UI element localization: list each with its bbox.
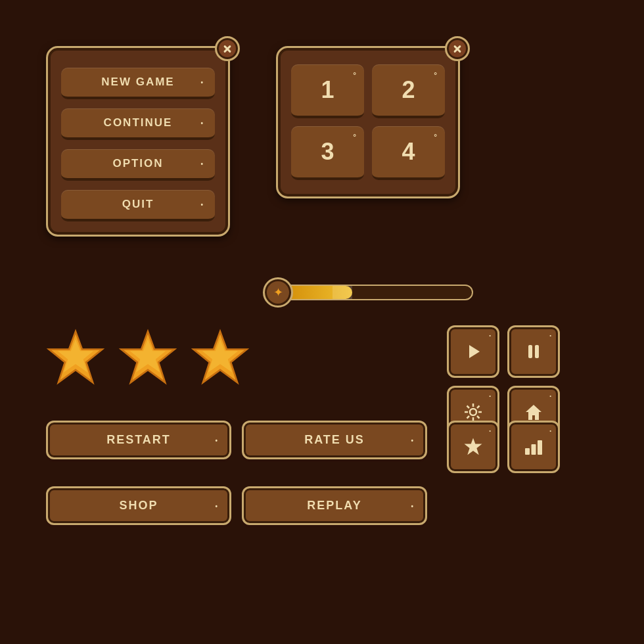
svg-rect-21 xyxy=(532,444,536,455)
progress-fill xyxy=(288,286,352,299)
progress-knob: ✦ xyxy=(263,277,293,308)
star-1 xyxy=(46,329,105,388)
stars-row xyxy=(46,329,250,388)
replay-button[interactable]: REPLAY xyxy=(242,486,427,525)
new-game-button[interactable]: NEW GAME xyxy=(61,68,215,99)
level-2-button[interactable]: 2° xyxy=(372,64,445,118)
extra-icon-buttons xyxy=(447,421,560,473)
svg-rect-20 xyxy=(525,448,530,455)
star-button[interactable] xyxy=(447,421,499,473)
level-3-button[interactable]: 3° xyxy=(291,126,364,180)
stats-button[interactable] xyxy=(507,421,560,473)
svg-marker-6 xyxy=(469,345,480,358)
svg-point-9 xyxy=(470,409,476,415)
level-4-button[interactable]: 4° xyxy=(372,126,445,180)
rate-us-button[interactable]: RATE US xyxy=(242,421,427,459)
pause-button[interactable] xyxy=(507,325,560,378)
option-button[interactable]: OPTION xyxy=(61,149,215,181)
restart-button[interactable]: RESTART xyxy=(46,421,231,459)
svg-marker-18 xyxy=(526,405,541,420)
svg-line-14 xyxy=(467,406,470,409)
progress-bar: ✦ xyxy=(263,283,473,302)
progress-star-icon: ✦ xyxy=(273,285,283,300)
progress-track xyxy=(287,285,473,300)
svg-rect-22 xyxy=(538,440,542,455)
star-3 xyxy=(191,329,250,388)
number-panel-close-button[interactable] xyxy=(445,36,470,61)
level-1-button[interactable]: 1° xyxy=(291,64,364,118)
quit-button[interactable]: QUIT xyxy=(61,190,215,221)
play-button[interactable] xyxy=(447,325,499,378)
continue-button[interactable]: CONTINUE xyxy=(61,108,215,140)
svg-line-16 xyxy=(477,406,480,409)
number-panel: 1° 2° 3° 4° xyxy=(276,46,460,198)
menu-panel: NEW GAME CONTINUE OPTION QUIT xyxy=(46,46,230,237)
svg-line-15 xyxy=(477,416,480,419)
svg-marker-19 xyxy=(465,438,482,455)
action-buttons-row2: SHOP REPLAY xyxy=(46,486,427,525)
star-2 xyxy=(118,329,177,388)
menu-close-button[interactable] xyxy=(215,36,240,61)
svg-rect-7 xyxy=(528,345,532,358)
svg-rect-8 xyxy=(535,345,539,358)
action-buttons-row1: RESTART RATE US xyxy=(46,421,427,459)
number-grid: 1° 2° 3° 4° xyxy=(291,64,445,180)
svg-line-17 xyxy=(467,416,470,419)
shop-button[interactable]: SHOP xyxy=(46,486,231,525)
